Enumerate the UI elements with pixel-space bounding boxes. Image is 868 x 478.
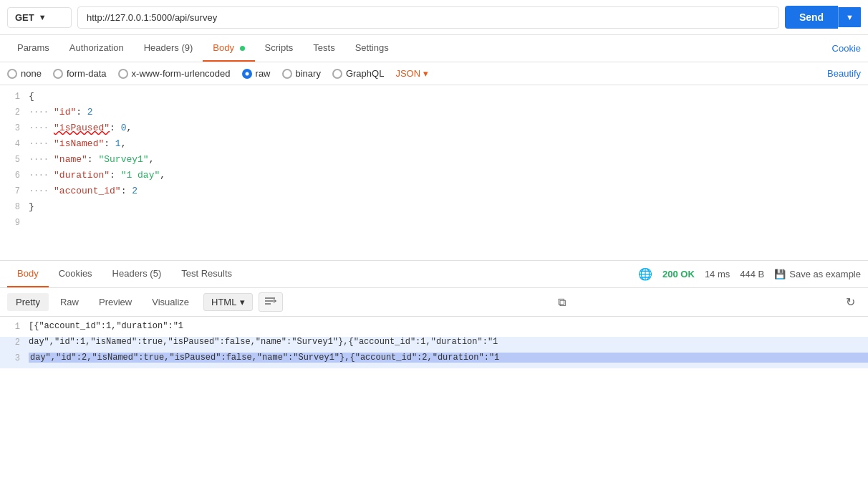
- json-dropdown[interactable]: JSON ▾: [395, 68, 428, 79]
- line-content-8: }: [29, 201, 868, 212]
- wrap-button[interactable]: [259, 292, 283, 312]
- code-line-6: 6 ···· "duration": "1 day",: [0, 170, 868, 186]
- tab-authorization[interactable]: Authorization: [59, 35, 134, 62]
- body-type-none[interactable]: none: [7, 68, 42, 79]
- res-line-num-3: 3: [0, 353, 29, 363]
- language-dropdown[interactable]: HTML ▾: [203, 293, 253, 311]
- line-num-4: 4: [0, 138, 29, 149]
- response-content: 1 [{"account_id":1,"duration":"1 2 day",…: [0, 317, 868, 373]
- code-line-7: 7 ···· "account_id": 2: [0, 186, 868, 201]
- copy-button[interactable]: ⧉: [552, 293, 572, 312]
- response-meta: 🌐 200 OK 14 ms 444 B 💾 Save as example: [638, 267, 861, 281]
- res-tab-cookies[interactable]: Cookies: [49, 261, 102, 287]
- line-content-6: ···· "duration": "1 day",: [29, 170, 868, 181]
- method-select[interactable]: GET ▼: [7, 7, 72, 28]
- tab-body[interactable]: Body: [203, 35, 254, 62]
- refresh-button[interactable]: ↻: [840, 292, 861, 312]
- body-dot-indicator: [240, 46, 245, 51]
- line-num-1: 1: [0, 91, 29, 102]
- code-line-5: 5 ···· "name": "Survey1",: [0, 154, 868, 170]
- response-size: 444 B: [740, 269, 764, 279]
- body-type-binary[interactable]: binary: [282, 68, 321, 79]
- response-tabs-row: Body Cookies Headers (5) Test Results 🌐 …: [0, 261, 868, 288]
- globe-icon: 🌐: [638, 267, 652, 281]
- tab-headers[interactable]: Headers (9): [134, 35, 203, 62]
- send-dropdown-button[interactable]: ▼: [838, 7, 861, 27]
- line-num-5: 5: [0, 154, 29, 165]
- code-line-2: 2 ···· "id": 2: [0, 107, 868, 123]
- res-line-2: 2 day","id":1,"isNamed":true,"isPaused":…: [0, 337, 868, 353]
- response-time: 14 ms: [705, 269, 730, 279]
- line-content-5: ···· "name": "Survey1",: [29, 154, 868, 165]
- language-chevron-icon: ▾: [240, 297, 245, 307]
- line-content-4: ···· "isNamed": 1,: [29, 138, 868, 149]
- res-format-visualize[interactable]: Visualize: [143, 293, 198, 311]
- res-line-3: 3 day","id":2,"isNamed":true,"isPaused":…: [0, 353, 868, 368]
- radio-none: [7, 69, 17, 79]
- res-line-num-2: 2: [0, 337, 29, 348]
- line-content-3: ···· "isPaused": 0,: [29, 123, 868, 133]
- code-line-9: 9: [0, 217, 868, 233]
- request-tabs: Params Authorization Headers (9) Body Sc…: [0, 35, 868, 62]
- body-type-urlencoded[interactable]: x-www-form-urlencoded: [118, 68, 231, 79]
- code-editor[interactable]: 1 { 2 ···· "id": 2 3 ···· "isPaused": 0,…: [0, 85, 868, 261]
- res-tab-body[interactable]: Body: [7, 261, 49, 287]
- code-line-1: 1 {: [0, 91, 868, 107]
- line-num-2: 2: [0, 107, 29, 118]
- radio-urlencoded: [118, 69, 128, 79]
- body-type-raw[interactable]: raw: [242, 68, 271, 79]
- send-button-group: Send ▼: [785, 6, 861, 29]
- beautify-button[interactable]: Beautify: [827, 68, 861, 79]
- line-num-8: 8: [0, 201, 29, 212]
- res-line-content-2: day","id":1,"isNamed":true,"isPaused":fa…: [29, 337, 868, 347]
- body-type-row: none form-data x-www-form-urlencoded raw…: [0, 62, 868, 85]
- response-status: 200 OK: [662, 269, 695, 279]
- line-num-7: 7: [0, 186, 29, 196]
- res-line-content-1: [{"account_id":1,"duration":"1: [29, 321, 868, 331]
- line-content-1: {: [29, 91, 868, 102]
- line-content-7: ···· "account_id": 2: [29, 186, 868, 196]
- tab-settings[interactable]: Settings: [345, 35, 399, 62]
- tab-params[interactable]: Params: [7, 35, 59, 62]
- radio-graphql: [332, 69, 342, 79]
- code-line-4: 4 ···· "isNamed": 1,: [0, 138, 868, 154]
- method-dropdown-icon: ▼: [39, 13, 47, 21]
- res-line-1: 1 [{"account_id":1,"duration":"1: [0, 321, 868, 337]
- radio-binary: [282, 69, 292, 79]
- res-line-content-3: day","id":2,"isNamed":true,"isPaused":fa…: [29, 353, 868, 363]
- save-example-button[interactable]: 💾 Save as example: [774, 269, 861, 279]
- body-type-form-data[interactable]: form-data: [53, 68, 107, 79]
- res-format-raw[interactable]: Raw: [52, 293, 87, 311]
- radio-raw: [242, 69, 252, 79]
- line-content-2: ···· "id": 2: [29, 107, 868, 118]
- res-tab-headers[interactable]: Headers (5): [102, 261, 172, 287]
- url-bar: GET ▼ Send ▼: [0, 0, 868, 35]
- code-line-3: 3 ···· "isPaused": 0,: [0, 123, 868, 138]
- res-format-pretty[interactable]: Pretty: [7, 293, 49, 311]
- res-tab-test-results[interactable]: Test Results: [171, 261, 242, 287]
- url-input[interactable]: [77, 6, 779, 29]
- line-num-6: 6: [0, 170, 29, 181]
- send-button[interactable]: Send: [785, 6, 838, 29]
- res-line-num-1: 1: [0, 321, 29, 332]
- tab-cookies[interactable]: Cookie: [822, 36, 861, 61]
- json-chevron-icon: ▾: [423, 68, 428, 79]
- save-icon: 💾: [774, 269, 786, 279]
- response-toolbar: Pretty Raw Preview Visualize HTML ▾ ⧉ ↻: [0, 288, 868, 317]
- line-num-3: 3: [0, 123, 29, 133]
- method-label: GET: [15, 12, 34, 23]
- body-type-graphql[interactable]: GraphQL: [332, 68, 384, 79]
- tab-scripts[interactable]: Scripts: [255, 35, 304, 62]
- code-line-8: 8 }: [0, 201, 868, 217]
- tab-tests[interactable]: Tests: [303, 35, 344, 62]
- line-num-9: 9: [0, 217, 29, 228]
- radio-form-data: [53, 69, 63, 79]
- res-format-preview[interactable]: Preview: [90, 293, 140, 311]
